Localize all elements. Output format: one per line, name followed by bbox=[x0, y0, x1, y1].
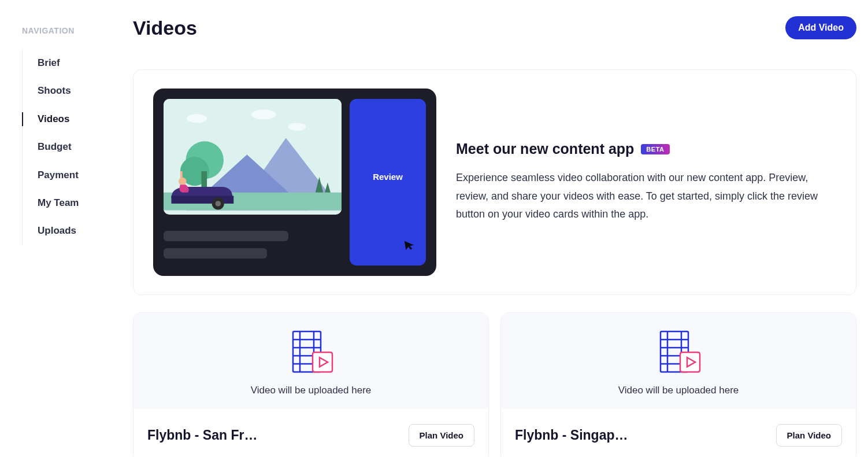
video-card-title: Flybnb - San Fr… bbox=[147, 427, 257, 443]
illustration-review-panel: Review bbox=[350, 99, 426, 266]
plan-video-button[interactable]: Plan Video bbox=[409, 424, 474, 447]
sidebar-item-payment[interactable]: Payment bbox=[23, 161, 133, 189]
sidebar-item-my-team[interactable]: My Team bbox=[23, 189, 133, 217]
svg-point-10 bbox=[216, 201, 221, 207]
main-content: Videos Add Video bbox=[133, 0, 868, 457]
svg-point-3 bbox=[288, 123, 306, 130]
content-app-banner: Review Meet our new content app BETA Exp… bbox=[133, 69, 856, 295]
beta-badge: BETA bbox=[641, 144, 669, 154]
svg-rect-8 bbox=[171, 196, 233, 203]
video-card: Video will be uploaded here Flybnb - San… bbox=[133, 312, 489, 457]
illustration-preview-pane bbox=[164, 99, 342, 266]
sidebar-item-uploads[interactable]: Uploads bbox=[23, 217, 133, 245]
video-card-placeholder-text: Video will be uploaded here bbox=[251, 385, 372, 396]
sidebar-item-videos[interactable]: Videos bbox=[23, 105, 133, 133]
add-video-button[interactable]: Add Video bbox=[785, 16, 856, 39]
placeholder-bar-icon bbox=[164, 248, 267, 259]
illustration-scene bbox=[164, 99, 342, 215]
nav-list: Brief Shoots Videos Budget Payment My Te… bbox=[22, 49, 133, 245]
video-cards-grid: Video will be uploaded here Flybnb - San… bbox=[133, 312, 856, 457]
video-card-footer: Flybnb - Singap… Plan Video bbox=[501, 409, 856, 457]
film-play-icon bbox=[656, 329, 701, 374]
banner-heading-row: Meet our new content app BETA bbox=[456, 141, 836, 157]
placeholder-bar-icon bbox=[164, 231, 288, 241]
banner-heading: Meet our new content app bbox=[456, 141, 634, 157]
video-card-placeholder: Video will be uploaded here bbox=[133, 313, 488, 409]
video-card-footer: Flybnb - San Fr… Plan Video bbox=[133, 409, 488, 457]
landscape-illustration-icon bbox=[164, 99, 342, 211]
video-card-placeholder: Video will be uploaded here bbox=[501, 313, 856, 409]
film-play-icon bbox=[288, 329, 333, 374]
svg-rect-28 bbox=[680, 352, 700, 372]
sidebar-item-shoots[interactable]: Shoots bbox=[23, 77, 133, 105]
cursor-icon bbox=[403, 238, 416, 251]
svg-point-2 bbox=[251, 109, 276, 119]
banner-illustration: Review bbox=[153, 89, 436, 276]
banner-body: Experience seamless video collaboration … bbox=[456, 169, 836, 224]
video-card-title: Flybnb - Singap… bbox=[515, 427, 628, 443]
video-card: Video will be uploaded here Flybnb - Sin… bbox=[500, 312, 856, 457]
nav-section-header: NAVIGATION bbox=[22, 26, 133, 35]
svg-rect-12 bbox=[180, 171, 183, 180]
illustration-text-bars bbox=[164, 215, 342, 266]
sidebar: NAVIGATION Brief Shoots Videos Budget Pa… bbox=[0, 0, 133, 457]
svg-point-1 bbox=[187, 114, 207, 123]
page-header: Videos Add Video bbox=[133, 16, 856, 39]
banner-text: Meet our new content app BETA Experience… bbox=[456, 141, 836, 224]
sidebar-item-brief[interactable]: Brief bbox=[23, 49, 133, 77]
sidebar-item-budget[interactable]: Budget bbox=[23, 133, 133, 161]
svg-rect-20 bbox=[313, 352, 332, 372]
plan-video-button[interactable]: Plan Video bbox=[776, 424, 842, 447]
page-title: Videos bbox=[133, 17, 197, 39]
video-card-placeholder-text: Video will be uploaded here bbox=[618, 385, 739, 396]
illustration-review-label: Review bbox=[373, 172, 403, 182]
